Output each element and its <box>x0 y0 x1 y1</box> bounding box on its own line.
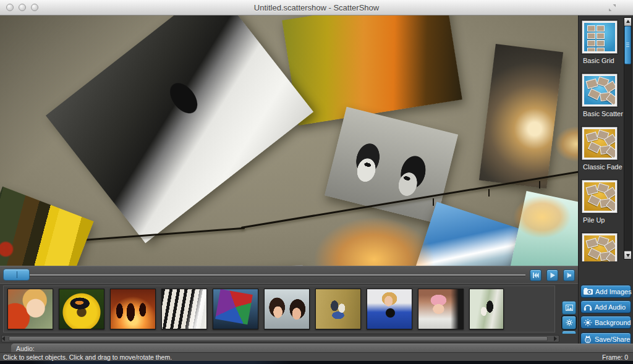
filmstrip-scrollbar-track[interactable] <box>1 335 559 342</box>
thumbnail-zebra[interactable] <box>161 289 207 329</box>
template-card-pile-up[interactable] <box>582 180 618 213</box>
thumbnail-baby-pink-hat[interactable] <box>418 289 464 329</box>
add-audio-button[interactable]: Add Audio <box>580 300 631 313</box>
filmstrip-scrollbar-thumb[interactable] <box>9 336 548 341</box>
add-images-button[interactable]: Add Images <box>580 285 631 298</box>
settings-gear-button[interactable] <box>562 316 576 329</box>
crown-smiley-icon <box>584 335 592 343</box>
filmstrip-inner-panel <box>3 286 555 332</box>
template-card-basic-scatter[interactable] <box>582 74 618 107</box>
title-bar: Untitled.scattershow - ScatterShow <box>0 0 633 15</box>
fullscreen-icon[interactable] <box>609 4 616 11</box>
thumbnail-couple-kissing[interactable] <box>469 289 504 329</box>
timeline-bar <box>0 266 578 283</box>
background-button[interactable]: Background <box>580 316 631 329</box>
template-card-partial[interactable] <box>582 233 618 261</box>
light-bulb-hanger <box>433 198 434 206</box>
thumbnail-woman-with-camera[interactable] <box>367 289 412 329</box>
partial-template-preview <box>584 235 615 261</box>
canvas-photo-sunset-clouds[interactable] <box>479 44 563 188</box>
desktop-strip <box>0 361 633 364</box>
filmstrip-panel <box>0 283 578 334</box>
action-button-column: Add Images Add Audio Background Save/Sha… <box>580 285 632 348</box>
basic-grid-preview <box>584 23 615 51</box>
preview-canvas[interactable] <box>0 15 578 266</box>
classic-fade-preview <box>584 129 615 158</box>
template-sidebar: Basic Grid Basic Scatter Classic Fade <box>578 15 633 345</box>
audio-label: Audio: <box>16 345 35 352</box>
thumbnail-butterfly-sunflower[interactable] <box>59 289 104 329</box>
canvas-photo-teal[interactable] <box>509 191 578 266</box>
camera-icon <box>584 288 593 295</box>
headphones-icon <box>584 303 592 311</box>
scroll-left-arrow[interactable] <box>1 335 7 341</box>
thumbnail-colorful-kite[interactable] <box>213 289 258 329</box>
frame-counter: Frame: 0 <box>602 353 628 361</box>
canvas-photo-yellow-edge[interactable] <box>0 187 94 266</box>
timeline-slider-handle[interactable] <box>3 269 30 281</box>
light-bulb-hanger <box>488 189 490 197</box>
pile-up-preview <box>584 182 615 211</box>
save-share-label: Save/Share <box>595 336 630 343</box>
thumbnail-child-portrait[interactable] <box>7 289 53 329</box>
scattershow-window: Untitled.scattershow - ScatterShow <box>0 0 633 364</box>
scroll-up-arrow[interactable] <box>624 18 631 26</box>
scroll-right-arrow[interactable] <box>552 335 558 341</box>
frame-properties-button[interactable] <box>562 301 576 315</box>
background-label: Background <box>595 319 631 326</box>
thumbnail-party-silhouettes[interactable] <box>110 289 156 329</box>
scroll-down-arrow[interactable] <box>624 251 631 259</box>
template-card-basic-grid[interactable] <box>582 20 618 54</box>
basic-scatter-preview <box>584 76 615 104</box>
status-hint-text: Click to select objects. Click and drag … <box>3 353 172 361</box>
light-bulb-hanger <box>539 181 540 188</box>
filmstrip-scrollbar <box>0 334 578 344</box>
window-title: Untitled.scattershow - ScatterShow <box>0 3 633 12</box>
canvas-photo-bw-pier[interactable] <box>46 15 313 243</box>
sun-icon <box>584 319 592 326</box>
template-scrollbar-thumb[interactable] <box>624 26 631 64</box>
template-scrollbar <box>624 17 632 260</box>
play-button[interactable] <box>546 269 558 281</box>
audio-panel: Audio: <box>11 344 633 352</box>
filmstrip <box>7 289 504 329</box>
status-bar: Click to select objects. Click and drag … <box>0 352 633 361</box>
go-to-start-button[interactable] <box>530 269 542 281</box>
audio-bar: Audio: <box>0 344 633 352</box>
add-images-label: Add Images <box>595 288 632 295</box>
mute-button[interactable] <box>563 269 575 281</box>
template-card-classic-fade[interactable] <box>582 127 618 160</box>
add-audio-label: Add Audio <box>595 303 626 311</box>
thumbnail-two-women[interactable] <box>264 289 310 329</box>
thumbnail-couple-in-grass[interactable] <box>315 289 361 329</box>
timeline-track[interactable] <box>5 274 525 276</box>
